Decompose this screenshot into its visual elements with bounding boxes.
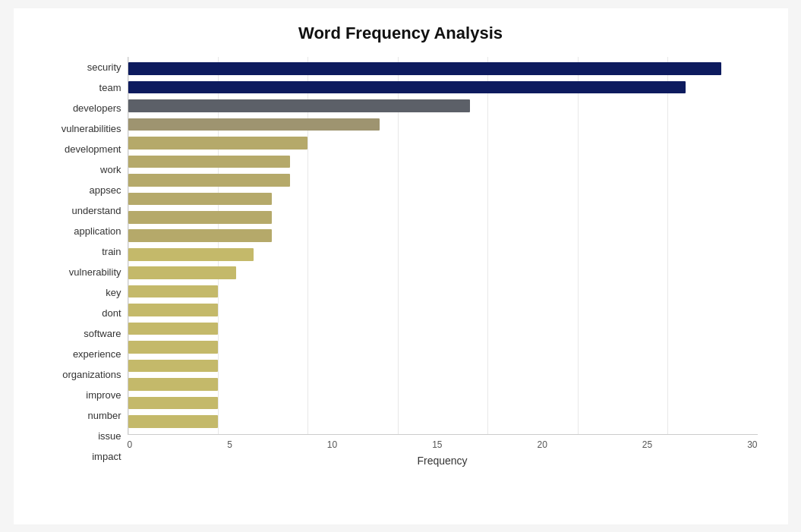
y-label: software [84, 329, 121, 338]
x-tick: 30 [747, 439, 757, 450]
y-label: impact [92, 452, 121, 461]
bar [128, 360, 218, 373]
y-label: number [87, 411, 121, 420]
y-label: security [87, 62, 121, 72]
bars-wrapper [128, 57, 758, 434]
chart-area: securityteamdevelopersvulnerabilitiesdev… [44, 57, 758, 467]
y-label: vulnerability [69, 267, 121, 277]
bar [128, 118, 380, 131]
bar-row [128, 171, 758, 189]
bar-row [128, 412, 758, 430]
bar-row [128, 245, 758, 263]
x-axis: 051015202530 [128, 435, 758, 450]
y-label: organizations [62, 370, 121, 379]
bar [128, 156, 290, 168]
bar [128, 285, 218, 298]
y-label: train [102, 247, 121, 257]
bar-row [128, 394, 758, 412]
bar [128, 323, 218, 335]
y-label: development [65, 144, 121, 154]
y-label: key [106, 288, 121, 297]
y-label: understand [71, 206, 121, 216]
bar [128, 99, 470, 112]
bar-row [128, 357, 758, 375]
bar [128, 397, 218, 410]
x-tick: 20 [537, 439, 547, 450]
bar [128, 229, 272, 242]
bar-row [128, 375, 758, 393]
x-tick: 5 [227, 439, 232, 450]
bar-row [128, 301, 758, 319]
x-axis-label: Frequency [128, 455, 758, 467]
bar-row [128, 153, 758, 171]
bar [128, 266, 236, 279]
y-label: team [99, 83, 121, 93]
y-label: improve [86, 390, 121, 400]
bar [128, 174, 290, 187]
bar [128, 341, 218, 354]
x-tick: 15 [432, 439, 442, 450]
bar [128, 81, 686, 94]
y-label: issue [98, 431, 121, 441]
bar-row [128, 227, 758, 245]
y-label: application [74, 226, 121, 236]
bar [128, 211, 272, 224]
y-labels: securityteamdevelopersvulnerabilitiesdev… [44, 57, 128, 467]
bar-row [128, 115, 758, 134]
bar [128, 378, 218, 391]
y-label: dont [102, 308, 121, 318]
bar-row [128, 208, 758, 226]
bar [128, 137, 308, 150]
y-label: experience [73, 349, 121, 359]
bars-section [128, 57, 758, 435]
bar-row [128, 320, 758, 338]
y-label: work [100, 165, 121, 175]
bar-row [128, 190, 758, 208]
bar-row [128, 282, 758, 301]
y-label: appsec [90, 185, 121, 195]
bar [128, 193, 272, 206]
bar [128, 415, 218, 428]
bar [128, 62, 722, 75]
bar-row [128, 60, 758, 78]
bar-row [128, 338, 758, 356]
chart-title: Word Frequency Analysis [44, 24, 758, 43]
bar-row [128, 96, 758, 115]
bar-row [128, 134, 758, 152]
x-tick: 10 [327, 439, 337, 450]
x-tick: 0 [128, 439, 133, 450]
bars-and-xaxis: 051015202530 Frequency [128, 57, 758, 467]
bar [128, 248, 254, 261]
y-label: developers [73, 103, 121, 113]
bar [128, 304, 218, 316]
chart-container: Word Frequency Analysis securityteamdeve… [14, 8, 788, 524]
y-label: vulnerabilities [61, 124, 121, 134]
bar-row [128, 263, 758, 282]
x-tick: 25 [642, 439, 652, 450]
bar-row [128, 78, 758, 96]
